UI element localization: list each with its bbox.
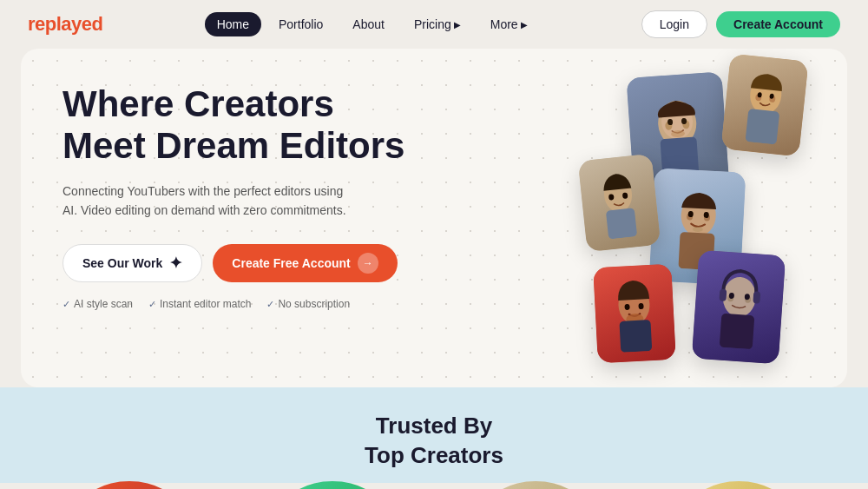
more-chevron-icon: ▶ xyxy=(521,20,528,30)
hero-title: Where Creators Meet Dream Editors xyxy=(62,83,427,168)
hero-content: Where Creators Meet Dream Editors Connec… xyxy=(62,83,427,310)
check-icon-1: ✓ xyxy=(62,299,70,310)
feature-label-3: No subscription xyxy=(278,298,350,310)
nav-pricing[interactable]: Pricing ▶ xyxy=(402,12,473,36)
arrow-icon: → xyxy=(358,253,378,274)
hero-images xyxy=(517,57,812,387)
svg-point-30 xyxy=(721,276,757,319)
feature-editor-match: ✓ Instant editor match xyxy=(148,298,251,310)
feature-label-2: Instant editor match xyxy=(160,298,251,310)
creator-photo-4 xyxy=(578,154,661,252)
sparkle-icon: ✦ xyxy=(169,254,182,273)
see-work-label: See Our Work xyxy=(82,256,162,270)
check-icon-3: ✓ xyxy=(266,299,274,310)
trusted-section: Trusted ByTop Creators xyxy=(0,387,868,483)
creator-bubble-3 xyxy=(488,481,583,489)
svg-rect-24 xyxy=(606,208,637,239)
trusted-title: Trusted ByTop Creators xyxy=(28,412,840,471)
feature-ai-scan: ✓ AI style scan xyxy=(62,298,133,310)
nav-portfolio[interactable]: Portfolio xyxy=(266,12,335,36)
nav-about[interactable]: About xyxy=(340,12,397,36)
hero-section: Where Creators Meet Dream Editors Connec… xyxy=(21,49,847,387)
feature-label-1: AI style scan xyxy=(74,298,133,310)
creator-photo-5 xyxy=(593,264,676,364)
creator-photo-6 xyxy=(692,250,786,365)
hero-subtitle: Connecting YouTubers with the perfect ed… xyxy=(62,182,358,221)
brand-logo: replayed xyxy=(28,13,103,36)
creator-bubbles xyxy=(28,481,840,489)
hero-features: ✓ AI style scan ✓ Instant editor match ✓… xyxy=(62,298,427,310)
creator-bubble-2 xyxy=(285,481,380,489)
check-icon-2: ✓ xyxy=(148,299,156,310)
nav-more[interactable]: More ▶ xyxy=(478,12,540,36)
svg-rect-13 xyxy=(745,109,779,145)
feature-no-sub: ✓ No subscription xyxy=(266,298,350,310)
create-free-account-button[interactable]: Create Free Account → xyxy=(213,244,397,282)
pricing-chevron-icon: ▶ xyxy=(454,20,461,30)
svg-rect-37 xyxy=(719,314,754,350)
creator-photo-2 xyxy=(720,54,808,157)
svg-rect-29 xyxy=(619,320,652,353)
creator-bubble-4 xyxy=(691,481,786,489)
creator-bubble-1 xyxy=(82,481,177,489)
create-account-button[interactable]: Create Account xyxy=(716,11,840,37)
svg-rect-35 xyxy=(719,288,727,301)
see-our-work-button[interactable]: See Our Work ✦ xyxy=(62,244,202,282)
nav-home[interactable]: Home xyxy=(205,12,261,36)
svg-rect-36 xyxy=(753,291,760,304)
nav-actions: Login Create Account xyxy=(641,10,840,38)
hero-buttons: See Our Work ✦ Create Free Account → xyxy=(62,244,427,282)
create-free-account-label: Create Free Account xyxy=(232,256,350,270)
nav-links: Home Portfolio About Pricing ▶ More ▶ xyxy=(205,12,540,36)
navbar: replayed Home Portfolio About Pricing ▶ … xyxy=(0,0,868,49)
login-button[interactable]: Login xyxy=(641,10,707,38)
